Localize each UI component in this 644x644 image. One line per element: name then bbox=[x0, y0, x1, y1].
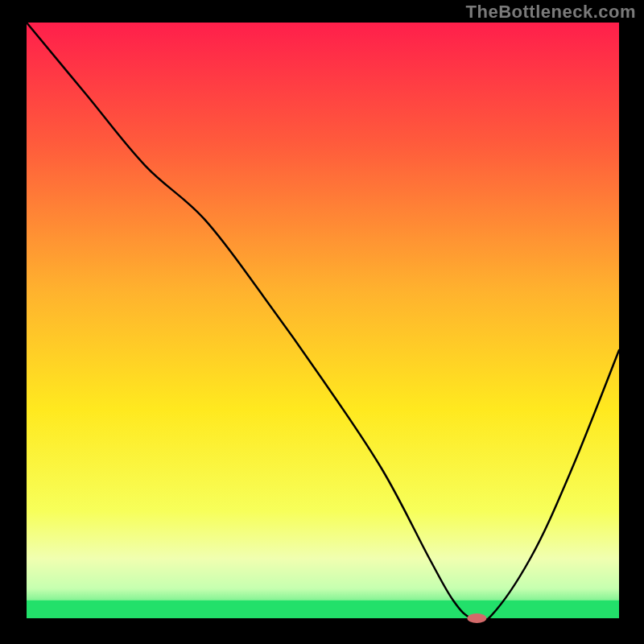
chart-frame: { "watermark": "TheBottleneck.com", "cha… bbox=[0, 0, 644, 644]
plot-background bbox=[27, 23, 619, 618]
watermark-text: TheBottleneck.com bbox=[466, 2, 636, 23]
green-band bbox=[27, 601, 619, 618]
optimal-marker bbox=[467, 613, 486, 623]
chart-svg bbox=[0, 0, 644, 644]
